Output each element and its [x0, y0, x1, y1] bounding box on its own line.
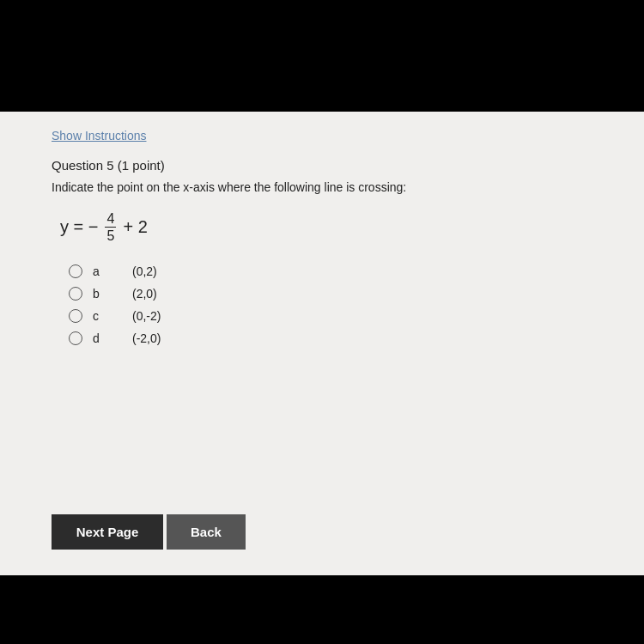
radio-a[interactable]: [69, 264, 82, 278]
equation-lhs: y = −: [60, 217, 98, 237]
option-letter-c: c: [93, 309, 105, 323]
option-row-c[interactable]: c (0,-2): [69, 309, 592, 323]
option-value-c: (0,-2): [132, 309, 161, 323]
options-list: a (0,2) b (2,0) c (0,-2) d (-2,0): [69, 264, 592, 345]
content-area: Show Instructions Question 5 (1 point) I…: [0, 112, 644, 575]
show-instructions-link[interactable]: Show Instructions: [52, 129, 592, 143]
option-letter-a: a: [93, 264, 105, 278]
radio-d[interactable]: [69, 331, 82, 345]
question-header: Question 5 (1 point): [52, 158, 592, 173]
spacer: [52, 371, 592, 506]
equation: y = − 4 5 + 2: [60, 210, 592, 244]
option-row-d[interactable]: d (-2,0): [69, 331, 592, 345]
radio-c[interactable]: [69, 309, 82, 323]
back-button[interactable]: Back: [167, 514, 246, 550]
fraction-numerator: 4: [105, 210, 116, 228]
radio-b[interactable]: [69, 287, 82, 301]
option-value-b: (2,0): [132, 287, 157, 301]
screen: Show Instructions Question 5 (1 point) I…: [0, 0, 644, 644]
button-row: Next Page Back: [52, 514, 592, 550]
option-value-a: (0,2): [132, 264, 157, 278]
option-letter-d: d: [93, 331, 105, 345]
option-row-a[interactable]: a (0,2): [69, 264, 592, 278]
next-page-button[interactable]: Next Page: [52, 514, 163, 550]
top-black-bar: [0, 0, 644, 112]
option-row-b[interactable]: b (2,0): [69, 287, 592, 301]
equation-rhs: + 2: [123, 217, 147, 237]
question-points-text: (1 point): [118, 158, 165, 173]
option-value-d: (-2,0): [132, 331, 161, 345]
fraction: 4 5: [105, 210, 116, 244]
question-number: 5: [106, 158, 113, 173]
question-text: Indicate the point on the x-axis where t…: [52, 179, 592, 197]
question-label: Question: [52, 158, 106, 173]
fraction-denominator: 5: [105, 228, 116, 244]
bottom-black-bar: [0, 575, 644, 644]
question-points: (1 point): [114, 158, 165, 173]
option-letter-b: b: [93, 287, 105, 301]
